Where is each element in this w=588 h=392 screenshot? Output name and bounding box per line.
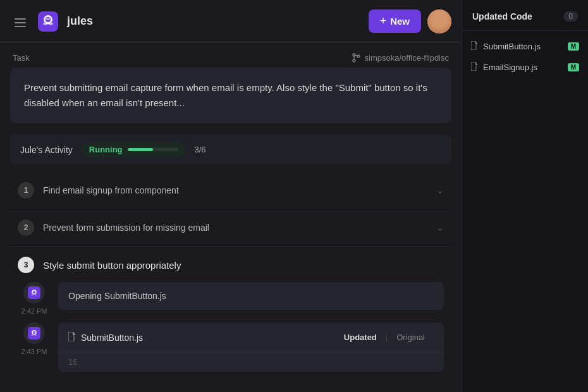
updated-code-count: 0 <box>563 11 578 21</box>
main-content: Task simpsoka/office-flipdisc Prevent su… <box>0 43 462 392</box>
file-list-item-0[interactable]: SubmitButton.js M <box>462 36 588 57</box>
active-step-title: Style submit button appropriately <box>43 260 181 271</box>
active-step-header: 3 Style submit button appropriately <box>18 247 444 282</box>
activity-time-col-1: 2:42 PM <box>18 282 51 315</box>
progress-fill <box>128 148 153 151</box>
step-count: 3/6 <box>195 145 206 154</box>
active-step-section: 3 Style submit button appropriately <box>10 247 451 379</box>
step-number-2: 2 <box>18 219 34 236</box>
task-description: Prevent submitting email capture form wh… <box>24 80 438 111</box>
activity-section-label: Jule's Activity <box>20 145 73 155</box>
repo-name: simpsoka/office-flipdisc <box>365 53 449 63</box>
running-status: Running <box>89 145 123 154</box>
svg-rect-2 <box>15 26 26 27</box>
svg-rect-0 <box>15 18 26 20</box>
diff-tabs: Updated | Original <box>335 330 434 345</box>
file-diff-header: SubmitButton.js Updated | Original <box>58 322 444 353</box>
svg-point-9 <box>353 59 355 62</box>
file-m-badge-0: M <box>568 42 579 51</box>
user-avatar[interactable] <box>427 9 451 34</box>
step-number-1: 1 <box>18 182 34 199</box>
file-diff-name: SubmitButton.js <box>81 333 143 343</box>
running-badge: Running <box>82 142 186 157</box>
file-list-icon-0 <box>471 41 478 52</box>
new-button[interactable]: + New <box>369 9 421 33</box>
task-section-label: Task <box>13 53 30 63</box>
step-number-3: 3 <box>18 257 34 273</box>
svg-point-21 <box>34 332 35 333</box>
svg-point-14 <box>33 291 35 293</box>
svg-point-7 <box>48 18 49 19</box>
activity-card-text-1: Opening SubmitButton.js <box>68 291 166 301</box>
activity-time-col-2: 2:43 PM <box>18 322 51 355</box>
jules-icon-small-2 <box>23 322 45 344</box>
new-button-label: New <box>390 16 410 27</box>
step-item-1[interactable]: 1 Find email signup from component ⌄ <box>10 172 451 209</box>
activity-time-1: 2:42 PM <box>21 307 47 315</box>
repo-reference: simpsoka/office-flipdisc <box>352 53 449 63</box>
file-icon <box>68 332 76 343</box>
diff-tab-updated[interactable]: Updated <box>335 330 386 345</box>
progress-bar <box>128 148 178 151</box>
svg-rect-1 <box>15 22 26 23</box>
file-list-name-0: SubmitButton.js <box>483 42 563 51</box>
right-panel-header: Updated Code 0 <box>462 0 588 31</box>
sidebar-toggle-button[interactable] <box>9 11 32 34</box>
app-header: jules + New <box>0 0 462 43</box>
svg-point-20 <box>33 332 34 333</box>
step-1-chevron-icon: ⌄ <box>436 185 444 195</box>
new-button-plus-icon: + <box>380 15 387 28</box>
avatar-image <box>427 9 451 34</box>
step-activity-1: 2:42 PM Opening SubmitButton.js <box>18 282 444 322</box>
app-logo <box>38 11 58 32</box>
step-activity-2: 2:43 PM SubmitButton.js <box>18 322 444 379</box>
svg-point-6 <box>46 18 47 19</box>
step-title-2: Prevent form submission for missing emai… <box>43 223 427 233</box>
file-list-name-1: EmailSignup.js <box>483 63 563 72</box>
activity-header: Jule's Activity Running 3/6 <box>10 135 451 164</box>
app-name: jules <box>67 15 93 28</box>
jules-icon-small-1 <box>23 282 45 303</box>
repo-icon <box>352 53 361 63</box>
activity-time-2: 2:43 PM <box>21 348 47 355</box>
file-list-item-1[interactable]: EmailSignup.js M <box>462 57 588 78</box>
right-panel-title: Updated Code <box>472 11 558 21</box>
svg-point-15 <box>33 291 34 292</box>
svg-point-16 <box>34 291 35 292</box>
step-title-1: Find email signup from component <box>43 185 427 195</box>
main-area: jules + New Task simpsoka/office-flipdis… <box>0 0 462 392</box>
file-m-badge-1: M <box>568 63 579 71</box>
file-list: SubmitButton.js M EmailSignup.js M <box>462 31 588 83</box>
task-header: Task simpsoka/office-flipdisc <box>10 53 451 63</box>
step-2-chevron-icon: ⌄ <box>436 223 444 233</box>
activity-card-1: Opening SubmitButton.js <box>58 282 444 310</box>
file-line-start: 16 <box>58 353 444 372</box>
task-card: Prevent submitting email capture form wh… <box>10 68 451 123</box>
svg-point-5 <box>46 17 51 22</box>
file-list-icon-1 <box>471 62 478 73</box>
right-panel: Updated Code 0 SubmitButton.js M EmailSi… <box>462 0 588 392</box>
file-diff-name-row: SubmitButton.js <box>68 332 143 343</box>
step-item-2[interactable]: 2 Prevent form submission for missing em… <box>10 209 451 247</box>
file-diff-card: SubmitButton.js Updated | Original 16 <box>58 322 444 372</box>
svg-point-19 <box>33 331 35 334</box>
diff-tab-original[interactable]: Original <box>388 330 434 345</box>
